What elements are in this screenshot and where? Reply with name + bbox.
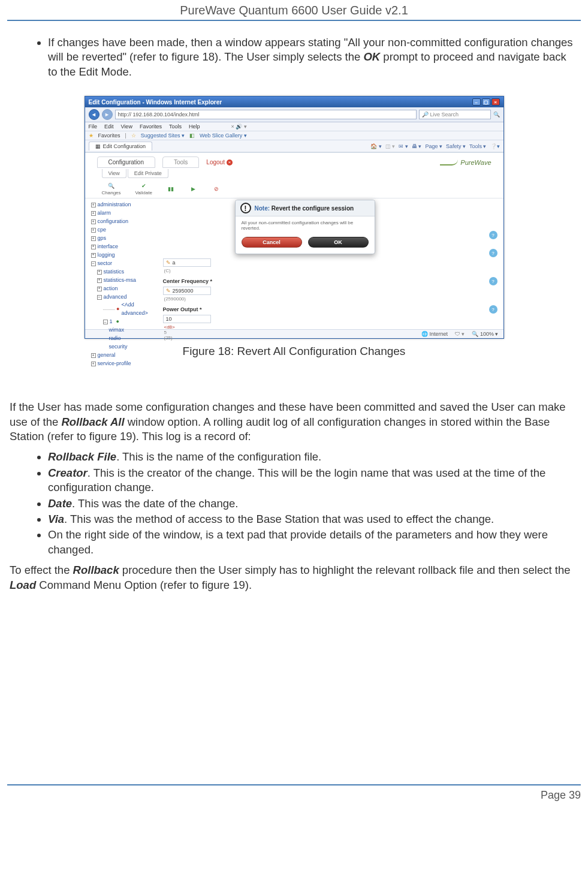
tree-general[interactable]: +general: [91, 351, 155, 360]
logout-link[interactable]: Logout×: [206, 156, 233, 168]
pencil-icon: ✎: [166, 260, 171, 266]
app-content: Configuration Tools Logout× PureWave Vie…: [85, 152, 503, 329]
ie-safety-menu[interactable]: Safety ▾: [446, 143, 466, 149]
page-icon: ▦: [95, 143, 101, 149]
tab-tools[interactable]: Tools: [162, 156, 199, 168]
tab-configuration[interactable]: Configuration: [97, 156, 155, 168]
rollback-log-list: Rollback File. This is the name of the c…: [48, 450, 581, 557]
mail-icon[interactable]: ✉ ▾: [399, 143, 408, 149]
home-icon[interactable]: 🏠 ▾: [370, 143, 382, 149]
favorites-star-icon[interactable]: ★: [89, 133, 94, 139]
figure-18: Edit Configuration - Windows Internet Ex…: [85, 96, 504, 358]
menu-favorites[interactable]: Favorites: [140, 124, 162, 130]
rollback-procedure-paragraph: To effect the Rollback procedure then th…: [7, 563, 581, 592]
favorites-bar: ★ Favorites | ☆ Suggested Sites ▾ ◧ Web …: [85, 131, 503, 140]
intro-ok-bold: OK: [363, 50, 380, 63]
ie-tools-menu[interactable]: Tools ▾: [469, 143, 487, 149]
feeds-icon[interactable]: ◫ ▾: [385, 143, 396, 149]
bullet-via: Via. This was the method of access to th…: [48, 512, 575, 526]
menu-bar: File Edit View Favorites Tools Help × 🔊 …: [85, 122, 503, 131]
tree-action[interactable]: +action: [97, 285, 155, 293]
webslice-icon: ◧: [189, 133, 195, 139]
close-button[interactable]: ×: [491, 98, 500, 106]
ie-tab-bar: ▦Edit Configuration 🏠 ▾ ◫ ▾ ✉ ▾ 🖶 ▾ Page…: [85, 140, 503, 152]
window-buttons: – ▢ ×: [472, 98, 500, 106]
bullet-date: Date. This was the date of the change.: [48, 496, 575, 511]
tree-gps[interactable]: +gps: [91, 234, 155, 243]
tree-interface[interactable]: +interface: [91, 243, 155, 251]
tree-statistics-msa[interactable]: +statistics-msa: [97, 276, 155, 285]
revert-dialog: ! Note: Revert the configure session All…: [235, 200, 375, 254]
minimize-button[interactable]: –: [472, 98, 481, 106]
intro-bullet: If changes have been made, then a window…: [48, 35, 575, 79]
tree-security[interactable]: security: [109, 343, 155, 351]
window-title: Edit Configuration - Windows Internet Ex…: [89, 99, 222, 106]
favorites-label: Favorites: [98, 133, 120, 139]
page-header: PureWave Quantum 6600 User Guide v2.1: [7, 0, 581, 21]
bullet-textpad: On the right side of the window, is a te…: [48, 528, 575, 557]
ie-tab-label: Edit Configuration: [103, 143, 146, 149]
toolbar-icon-4[interactable]: ▶: [189, 185, 198, 193]
tree-radio[interactable]: radio: [109, 335, 155, 343]
forward-button[interactable]: ►: [102, 109, 113, 120]
tree-add-advanced[interactable]: ● <Add advanced>: [103, 301, 155, 318]
back-button[interactable]: ◄: [89, 109, 99, 120]
menu-view[interactable]: View: [121, 124, 132, 130]
pencil-icon: ✎: [166, 288, 171, 294]
bullet-creator: Creator. This is the creator of the chan…: [48, 466, 575, 495]
help-icon[interactable]: ?: [489, 249, 497, 257]
url-field[interactable]: http:// 192.168.200.104/index.html: [115, 110, 417, 119]
help-icon[interactable]: ?: [489, 277, 497, 285]
search-go-icon[interactable]: 🔍: [493, 112, 500, 118]
menu-file[interactable]: File: [89, 124, 98, 130]
tree-alarm[interactable]: +alarm: [91, 209, 155, 218]
ie-command-bar: 🏠 ▾ ◫ ▾ ✉ ▾ 🖶 ▾ Page ▾ Safety ▾ Tools ▾ …: [370, 143, 499, 149]
help-icon[interactable]: ?: [489, 305, 497, 314]
suggested-icon: ☆: [131, 133, 136, 139]
search-field[interactable]: 🔎Live Search: [419, 110, 491, 119]
tree-logging[interactable]: +logging: [91, 251, 155, 260]
alert-icon: !: [240, 203, 251, 213]
ok-button[interactable]: OK: [308, 237, 369, 248]
search-placeholder: Live Search: [430, 112, 459, 118]
toolbar-icon-5[interactable]: ⊘: [212, 185, 221, 193]
maximize-button[interactable]: ▢: [482, 98, 490, 106]
swoosh-icon: [440, 159, 458, 165]
help-icon[interactable]: ?: [489, 231, 497, 239]
tree-one[interactable]: –1●: [103, 318, 155, 326]
app-toolbar: 🔍Changes ✔Validate ▮▮ ▶ ⊘: [85, 178, 503, 198]
tree-sector[interactable]: –sector: [91, 260, 155, 268]
toolbar-icon-3[interactable]: ▮▮: [167, 185, 175, 193]
tree-advanced[interactable]: –advanced: [97, 293, 155, 302]
tree-statistics[interactable]: +statistics: [97, 268, 155, 276]
intro-list: If changes have been made, then a window…: [48, 35, 581, 79]
ie-page-menu[interactable]: Page ▾: [425, 143, 442, 149]
suggested-sites-link[interactable]: Suggested Sites ▾: [141, 133, 185, 139]
subtab-edit-private[interactable]: Edit Private: [128, 169, 168, 178]
tree-cpe[interactable]: +cpe: [91, 226, 155, 234]
validate-icon[interactable]: ✔: [140, 182, 148, 190]
rollback-intro-paragraph: If the User has made some configuration …: [7, 400, 581, 444]
tree-wimax[interactable]: wimax: [109, 326, 155, 335]
brand-logo: PureWave: [440, 159, 491, 166]
ie-tab[interactable]: ▦Edit Configuration: [89, 142, 153, 150]
subtab-view[interactable]: View: [102, 169, 126, 178]
ie-window: Edit Configuration - Windows Internet Ex…: [85, 96, 504, 339]
tree-administration[interactable]: +administration: [91, 201, 155, 209]
print-icon[interactable]: 🖶 ▾: [412, 143, 422, 149]
tree-service-profile[interactable]: +service-profile: [91, 360, 155, 368]
power-label: Power Output *: [163, 306, 202, 312]
page-footer: Page 39: [7, 784, 581, 806]
menu-tools[interactable]: Tools: [169, 124, 182, 130]
power-input[interactable]: 10: [163, 315, 211, 323]
search-icon[interactable]: 🔍: [107, 182, 116, 190]
menu-edit[interactable]: Edit: [104, 124, 114, 130]
cancel-button[interactable]: Cancel: [242, 237, 302, 248]
web-slice-link[interactable]: Web Slice Gallery ▾: [200, 133, 247, 139]
menu-help[interactable]: Help: [189, 124, 200, 130]
logout-icon: ×: [227, 159, 233, 165]
form-panel: ? ? ✎a (C) Center Frequency *? ✎2595000 …: [157, 198, 503, 371]
ie-help-icon[interactable]: ❔▾: [490, 143, 500, 149]
tree-configuration[interactable]: +configuration: [91, 218, 155, 226]
bullet-rollback-file: Rollback File. This is the name of the c…: [48, 450, 575, 464]
